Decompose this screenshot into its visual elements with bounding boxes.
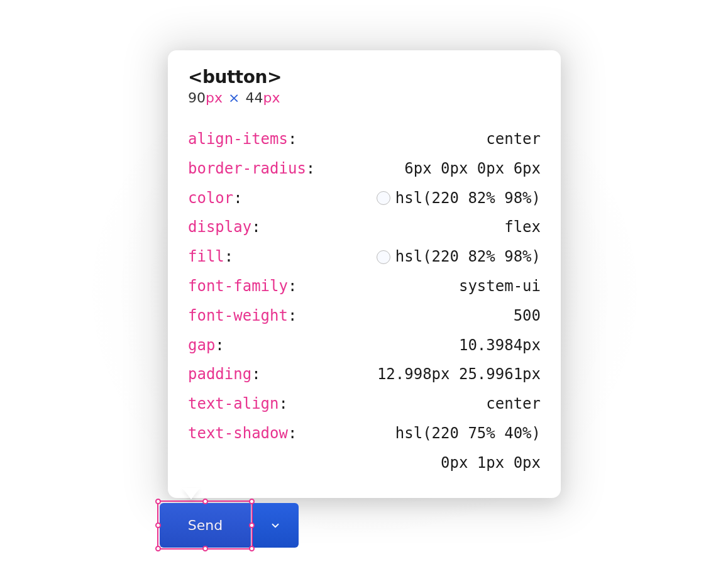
css-property-name: text-align (188, 389, 288, 419)
css-property-name: font-family (188, 272, 297, 301)
css-property-value: center (486, 389, 541, 419)
css-property-value: system-ui (459, 272, 541, 301)
css-property-row: color hsl(220 82% 98%) (188, 184, 541, 213)
send-dropdown-button[interactable] (252, 503, 299, 548)
css-property-value: 6px 0px 0px 6px (404, 154, 541, 184)
css-property-name: font-weight (188, 301, 297, 331)
height-value: 44 (245, 90, 263, 106)
css-property-row: border-radius 6px 0px 0px 6px (188, 154, 541, 184)
tooltip-arrow-icon (182, 488, 200, 499)
css-inspector-tooltip: <button> 90px × 44px align-items center … (168, 50, 561, 498)
css-property-row: text-align center (188, 389, 541, 419)
css-property-value: center (486, 124, 541, 154)
css-property-value: 500 (514, 301, 541, 331)
css-property-name: gap (188, 331, 224, 360)
css-property-row: align-items center (188, 124, 541, 154)
width-unit: px (206, 90, 223, 106)
color-swatch-icon (377, 191, 390, 205)
css-property-name: color (188, 184, 243, 213)
css-property-name: display (188, 213, 261, 242)
element-tag: <button> (188, 67, 541, 87)
tooltip-header: <button> 90px × 44px (188, 67, 541, 106)
css-property-row: font-family system-ui (188, 272, 541, 301)
width-value: 90 (188, 90, 206, 106)
css-property-name: align-items (188, 124, 297, 154)
color-swatch-icon (377, 250, 390, 264)
css-property-name: padding (188, 360, 261, 389)
css-property-value: flex (504, 213, 541, 242)
css-property-name: border-radius (188, 154, 315, 184)
css-property-row: gap 10.3984px (188, 331, 541, 360)
send-button-group: Send (160, 503, 299, 548)
css-property-row: padding 12.998px 25.9961px (188, 360, 541, 389)
css-property-row: text-shadow hsl(220 75% 40%) 0px 1px 0px (188, 419, 541, 478)
height-unit: px (263, 90, 280, 106)
css-property-row: font-weight 500 (188, 301, 541, 331)
css-properties-list: align-items center border-radius 6px 0px… (188, 124, 541, 478)
css-property-row: fill hsl(220 82% 98%) (188, 242, 541, 272)
css-property-value: 12.998px 25.9961px (377, 360, 541, 389)
chevron-down-icon (270, 520, 281, 531)
send-button[interactable]: Send (160, 503, 251, 548)
css-property-row: display flex (188, 213, 541, 242)
css-property-name: text-shadow (188, 419, 297, 448)
css-property-value: hsl(220 82% 98%) (377, 184, 541, 213)
dimensions-separator: × (228, 90, 240, 106)
css-property-value: hsl(220 75% 40%) 0px 1px 0px (395, 419, 541, 478)
css-property-name: fill (188, 242, 233, 272)
element-dimensions: 90px × 44px (188, 90, 541, 106)
css-property-value: 10.3984px (459, 331, 541, 360)
css-property-value: hsl(220 82% 98%) (377, 242, 541, 272)
